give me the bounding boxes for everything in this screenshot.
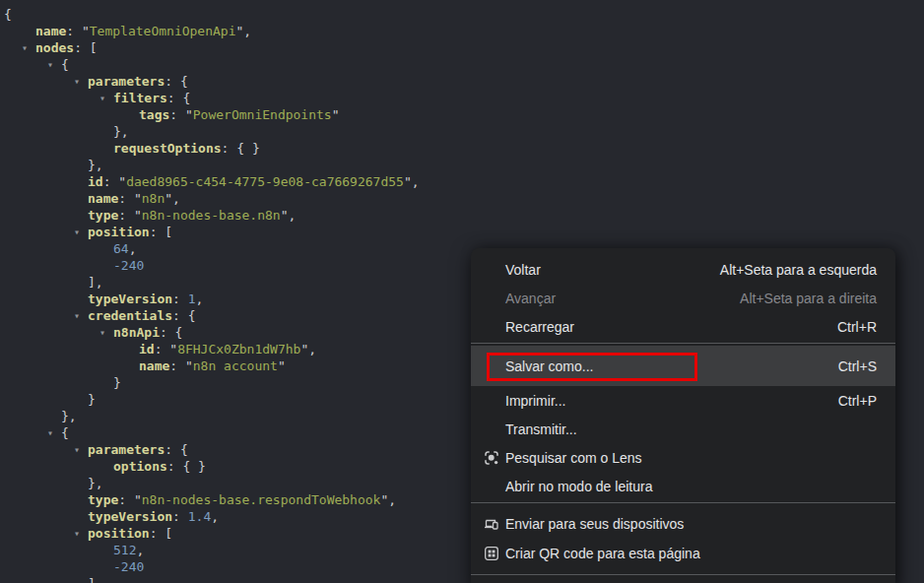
- menu-item-label: Avançar: [505, 291, 556, 306]
- menu-item-shortcut: Ctrl+P: [838, 393, 877, 409]
- menu-item-label: Voltar: [505, 262, 541, 278]
- browser-page: {name: "TemplateOmniOpenApi",▾nodes: [▾{…: [0, 0, 924, 583]
- menu-item-enviar-dispositivos[interactable]: Enviar para seus dispositivos: [471, 509, 895, 539]
- json-key: parameters: [88, 74, 165, 89]
- json-punctuation: ,: [129, 241, 137, 256]
- json-punctuation: : [: [150, 225, 172, 239]
- menu-item-label: Recarregar: [505, 319, 574, 335]
- json-punctuation: {: [61, 425, 69, 440]
- json-string: daed8965-c454-4775-9e08-ca7669267d55: [126, 174, 404, 189]
- json-number: -240: [113, 258, 144, 273]
- collapse-toggle-icon[interactable]: ▾: [74, 73, 80, 90]
- json-punctuation: :: [172, 292, 188, 306]
- json-punctuation: ],: [88, 576, 103, 583]
- json-line: ▾nodes: [: [0, 39, 924, 56]
- json-line: requestOptions: { }: [0, 140, 924, 157]
- collapse-toggle-icon[interactable]: ▾: [74, 224, 80, 240]
- collapse-toggle-icon[interactable]: ▾: [99, 324, 105, 341]
- json-punctuation: : ": [118, 191, 141, 206]
- menu-item-label: Criar QR code para esta página: [505, 546, 700, 561]
- menu-separator: [471, 502, 895, 503]
- collapse-toggle-icon[interactable]: ▾: [74, 525, 80, 542]
- menu-item-pesquisar-com-o-lens[interactable]: Pesquisar com o Lens: [471, 443, 895, 472]
- json-punctuation: : {: [165, 74, 187, 89]
- json-punctuation: ,: [196, 292, 204, 306]
- menu-item-label: Salvar como...: [505, 358, 593, 374]
- json-string: PowerOmniEndpoints: [193, 107, 332, 122]
- collapse-toggle-icon[interactable]: ▾: [22, 39, 28, 56]
- json-key: id: [88, 174, 103, 189]
- json-key: position: [88, 225, 150, 239]
- json-punctuation: ": [278, 358, 286, 373]
- json-line: ▾filters: {: [0, 90, 924, 106]
- json-punctuation: : [: [150, 526, 172, 541]
- json-punctuation: },: [61, 409, 77, 423]
- json-punctuation: ",: [236, 24, 252, 38]
- json-key: options: [113, 459, 167, 474]
- menu-item-criar-qr-code[interactable]: Criar QR code para esta página: [471, 539, 895, 568]
- json-punctuation: }: [88, 392, 96, 407]
- menu-item-abrir-modo-leitura[interactable]: Abrir no modo de leitura: [471, 472, 895, 500]
- json-key: tags: [139, 107, 169, 122]
- json-string: n8n-nodes-base.respondToWebhook: [142, 492, 381, 507]
- menu-item-label: Abrir no modo de leitura: [505, 479, 652, 494]
- json-string: n8n-nodes-base.n8n: [142, 208, 281, 223]
- menu-item-shortcut: Alt+Seta para a direita: [740, 291, 877, 306]
- collapse-toggle-icon[interactable]: ▾: [47, 56, 53, 73]
- json-punctuation: },: [88, 476, 103, 490]
- json-key: name: [88, 191, 118, 206]
- json-punctuation: ",: [404, 174, 420, 189]
- collapse-toggle-icon[interactable]: ▾: [74, 441, 80, 458]
- json-punctuation: ",: [165, 191, 180, 206]
- json-line: ▾parameters: {: [0, 73, 924, 90]
- json-punctuation: : {: [165, 442, 187, 457]
- json-punctuation: : { }: [167, 459, 206, 474]
- collapse-toggle-icon[interactable]: ▾: [47, 424, 53, 441]
- menu-item-salvar-como[interactable]: Salvar como...Ctrl+S: [471, 346, 895, 386]
- collapse-toggle-icon[interactable]: ▾: [99, 90, 105, 106]
- json-punctuation: : ": [155, 342, 177, 356]
- menu-item-shortcut: Alt+Seta para a esquerda: [720, 262, 877, 278]
- json-punctuation: : { }: [222, 141, 260, 156]
- json-number: 64: [113, 241, 129, 256]
- json-number: -240: [113, 559, 144, 574]
- json-punctuation: ],: [88, 275, 103, 290]
- json-line: tags: "PowerOmniEndpoints": [0, 106, 924, 123]
- menu-item-recarregar[interactable]: RecarregarCtrl+R: [471, 312, 895, 341]
- menu-icon-placeholder: [484, 479, 499, 494]
- json-string: TemplateOmniOpenApi: [90, 24, 236, 38]
- lens-icon: [484, 450, 499, 466]
- json-string: 8FHJCx0Zbn1dW7hb: [177, 342, 300, 356]
- menu-icon-placeholder: [484, 291, 499, 306]
- json-punctuation: : ": [103, 174, 126, 189]
- menu-item-transmitir[interactable]: Transmitir...: [471, 415, 895, 443]
- json-key: type: [88, 208, 118, 223]
- menu-icon-placeholder: [484, 319, 499, 335]
- json-key: typeVersion: [88, 509, 172, 524]
- menu-item-shortcut: Ctrl+S: [838, 358, 877, 374]
- json-punctuation: : ": [118, 492, 141, 507]
- menu-item-shortcut: Ctrl+R: [837, 319, 877, 335]
- json-key: name: [139, 358, 169, 373]
- json-key: credentials: [88, 308, 172, 323]
- menu-item-voltar[interactable]: VoltarAlt+Seta para a esquerda: [471, 255, 895, 284]
- json-punctuation: : ": [169, 107, 192, 122]
- json-key: requestOptions: [113, 141, 222, 156]
- json-key: filters: [113, 91, 167, 105]
- collapse-toggle-icon[interactable]: ▾: [74, 307, 80, 324]
- json-punctuation: : {: [172, 308, 195, 323]
- menu-item-label: Pesquisar com o Lens: [505, 450, 642, 466]
- json-punctuation: },: [113, 124, 129, 139]
- context-menu: VoltarAlt+Seta para a esquerdaAvançarAlt…: [471, 248, 895, 583]
- menu-separator: [471, 574, 895, 575]
- json-string: n8n account: [193, 358, 278, 373]
- menu-item-label: Transmitir...: [505, 421, 577, 437]
- json-string: n8n: [142, 191, 165, 206]
- json-key: name: [35, 24, 66, 38]
- json-punctuation: : ": [169, 358, 192, 373]
- json-line: type: "n8n-nodes-base.n8n",: [0, 207, 924, 224]
- json-key: position: [88, 526, 150, 541]
- json-number: 1: [188, 292, 196, 306]
- json-key: type: [88, 492, 118, 507]
- menu-item-imprimir[interactable]: Imprimir...Ctrl+P: [471, 386, 895, 415]
